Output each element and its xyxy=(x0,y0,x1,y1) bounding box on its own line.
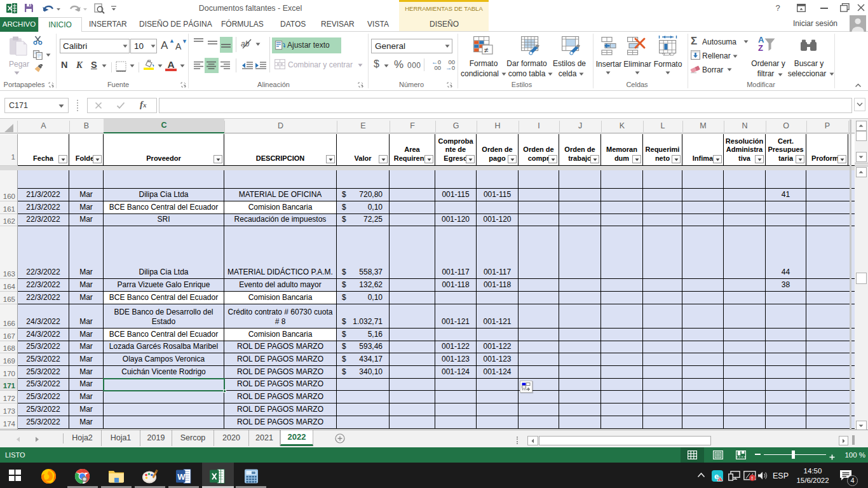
svg-text:≠: ≠ xyxy=(484,46,489,55)
svg-text:!: ! xyxy=(751,475,753,481)
svg-text:W: W xyxy=(177,472,186,482)
svg-text:!: ! xyxy=(719,478,721,482)
svg-text:ab: ab xyxy=(241,39,250,48)
